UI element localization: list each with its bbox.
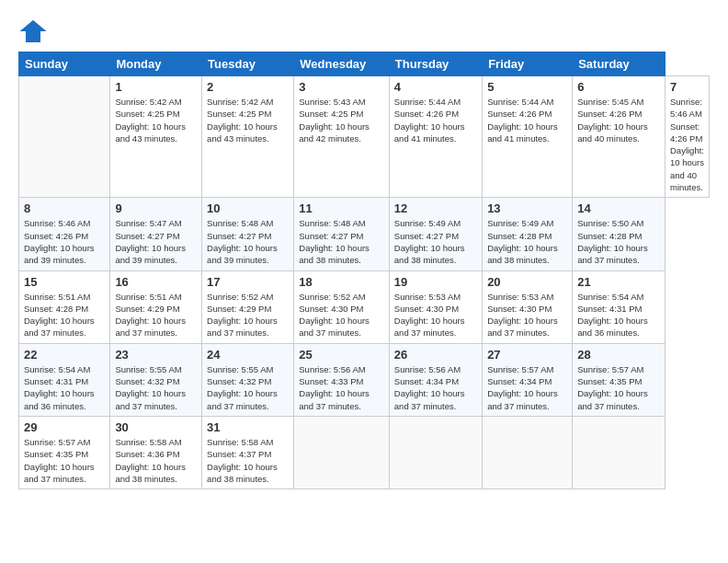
calendar-week-row: 22Sunrise: 5:54 AM Sunset: 4:31 PM Dayli… — [19, 343, 710, 416]
day-number: 11 — [299, 201, 384, 215]
calendar-cell: 8Sunrise: 5:46 AM Sunset: 4:26 PM Daylig… — [19, 198, 110, 270]
calendar-cell — [389, 416, 482, 488]
calendar-cell: 5Sunrise: 5:44 AM Sunset: 4:26 PM Daylig… — [483, 76, 573, 198]
calendar-cell: 18Sunrise: 5:52 AM Sunset: 4:30 PM Dayli… — [294, 270, 390, 343]
calendar-cell — [294, 416, 390, 488]
calendar-week-row: 29Sunrise: 5:57 AM Sunset: 4:35 PM Dayli… — [19, 416, 710, 488]
day-info: Sunrise: 5:53 AM Sunset: 4:30 PM Dayligh… — [487, 291, 567, 339]
calendar-cell — [483, 416, 573, 488]
day-number: 17 — [207, 275, 289, 289]
calendar-cell: 2Sunrise: 5:42 AM Sunset: 4:25 PM Daylig… — [202, 76, 294, 198]
calendar-cell: 3Sunrise: 5:43 AM Sunset: 4:25 PM Daylig… — [294, 76, 390, 198]
calendar-cell: 13Sunrise: 5:49 AM Sunset: 4:28 PM Dayli… — [483, 198, 573, 270]
day-number: 25 — [299, 348, 384, 362]
day-info: Sunrise: 5:55 AM Sunset: 4:32 PM Dayligh… — [207, 363, 289, 412]
calendar-cell: 19Sunrise: 5:53 AM Sunset: 4:30 PM Dayli… — [389, 270, 482, 343]
logo — [18, 17, 53, 46]
calendar-table: SundayMondayTuesdayWednesdayThursdayFrid… — [18, 52, 710, 489]
day-info: Sunrise: 5:44 AM Sunset: 4:26 PM Dayligh… — [394, 96, 477, 144]
day-info: Sunrise: 5:43 AM Sunset: 4:25 PM Dayligh… — [299, 96, 384, 144]
day-info: Sunrise: 5:51 AM Sunset: 4:29 PM Dayligh… — [115, 291, 197, 339]
day-info: Sunrise: 5:54 AM Sunset: 4:31 PM Dayligh… — [577, 291, 660, 339]
calendar-cell: 30Sunrise: 5:58 AM Sunset: 4:36 PM Dayli… — [110, 416, 202, 488]
day-info: Sunrise: 5:56 AM Sunset: 4:34 PM Dayligh… — [394, 363, 477, 412]
day-info: Sunrise: 5:58 AM Sunset: 4:37 PM Dayligh… — [207, 436, 289, 485]
day-number: 1 — [115, 80, 197, 94]
day-number: 29 — [24, 420, 105, 434]
calendar-week-row: 15Sunrise: 5:51 AM Sunset: 4:28 PM Dayli… — [19, 270, 710, 343]
page-container: SundayMondayTuesdayWednesdayThursdayFrid… — [0, 0, 728, 499]
column-header-friday: Friday — [483, 52, 573, 76]
calendar-cell: 11Sunrise: 5:48 AM Sunset: 4:27 PM Dayli… — [294, 198, 390, 270]
column-header-tuesday: Tuesday — [202, 52, 294, 76]
day-number: 5 — [487, 80, 567, 94]
day-number: 9 — [115, 201, 197, 215]
calendar-cell — [19, 76, 110, 198]
day-number: 6 — [577, 80, 660, 94]
day-info: Sunrise: 5:52 AM Sunset: 4:30 PM Dayligh… — [299, 291, 384, 339]
calendar-header-row: SundayMondayTuesdayWednesdayThursdayFrid… — [19, 52, 710, 76]
column-header-sunday: Sunday — [19, 52, 110, 76]
day-number: 14 — [577, 201, 660, 215]
day-number: 21 — [577, 275, 660, 289]
calendar-cell: 15Sunrise: 5:51 AM Sunset: 4:28 PM Dayli… — [19, 270, 110, 343]
day-number: 8 — [24, 201, 105, 215]
day-info: Sunrise: 5:54 AM Sunset: 4:31 PM Dayligh… — [24, 363, 105, 412]
calendar-cell: 22Sunrise: 5:54 AM Sunset: 4:31 PM Dayli… — [19, 343, 110, 416]
calendar-cell: 31Sunrise: 5:58 AM Sunset: 4:37 PM Dayli… — [202, 416, 294, 488]
day-info: Sunrise: 5:49 AM Sunset: 4:27 PM Dayligh… — [394, 217, 477, 266]
calendar-cell: 9Sunrise: 5:47 AM Sunset: 4:27 PM Daylig… — [110, 198, 202, 270]
calendar-cell: 23Sunrise: 5:55 AM Sunset: 4:32 PM Dayli… — [110, 343, 202, 416]
day-number: 31 — [207, 420, 289, 434]
day-number: 3 — [299, 80, 384, 94]
day-info: Sunrise: 5:57 AM Sunset: 4:35 PM Dayligh… — [24, 436, 105, 485]
header — [18, 17, 710, 46]
day-number: 12 — [394, 201, 477, 215]
day-number: 28 — [577, 348, 660, 362]
day-number: 26 — [394, 348, 477, 362]
day-info: Sunrise: 5:48 AM Sunset: 4:27 PM Dayligh… — [207, 217, 289, 266]
day-info: Sunrise: 5:53 AM Sunset: 4:30 PM Dayligh… — [394, 291, 477, 339]
day-number: 2 — [207, 80, 289, 94]
calendar-cell: 28Sunrise: 5:57 AM Sunset: 4:35 PM Dayli… — [573, 343, 665, 416]
day-number: 30 — [115, 420, 197, 434]
day-info: Sunrise: 5:58 AM Sunset: 4:36 PM Dayligh… — [115, 436, 197, 485]
calendar-cell: 14Sunrise: 5:50 AM Sunset: 4:28 PM Dayli… — [573, 198, 665, 270]
day-number: 7 — [670, 80, 704, 94]
column-header-thursday: Thursday — [389, 52, 482, 76]
calendar-cell: 1Sunrise: 5:42 AM Sunset: 4:25 PM Daylig… — [110, 76, 202, 198]
calendar-cell: 21Sunrise: 5:54 AM Sunset: 4:31 PM Dayli… — [573, 270, 665, 343]
calendar-cell: 12Sunrise: 5:49 AM Sunset: 4:27 PM Dayli… — [389, 198, 482, 270]
day-info: Sunrise: 5:55 AM Sunset: 4:32 PM Dayligh… — [115, 363, 197, 412]
calendar-cell: 20Sunrise: 5:53 AM Sunset: 4:30 PM Dayli… — [483, 270, 573, 343]
day-info: Sunrise: 5:57 AM Sunset: 4:35 PM Dayligh… — [577, 363, 660, 412]
day-number: 16 — [115, 275, 197, 289]
day-number: 4 — [394, 80, 477, 94]
day-info: Sunrise: 5:52 AM Sunset: 4:29 PM Dayligh… — [207, 291, 289, 339]
day-number: 19 — [394, 275, 477, 289]
column-header-wednesday: Wednesday — [294, 52, 390, 76]
day-info: Sunrise: 5:56 AM Sunset: 4:33 PM Dayligh… — [299, 363, 384, 412]
day-info: Sunrise: 5:57 AM Sunset: 4:34 PM Dayligh… — [487, 363, 567, 412]
day-info: Sunrise: 5:51 AM Sunset: 4:28 PM Dayligh… — [24, 291, 105, 339]
day-number: 22 — [24, 348, 105, 362]
calendar-cell: 24Sunrise: 5:55 AM Sunset: 4:32 PM Dayli… — [202, 343, 294, 416]
day-number: 13 — [487, 201, 567, 215]
day-number: 15 — [24, 275, 105, 289]
day-info: Sunrise: 5:47 AM Sunset: 4:27 PM Dayligh… — [115, 217, 197, 266]
calendar-cell: 7Sunrise: 5:46 AM Sunset: 4:26 PM Daylig… — [665, 76, 709, 198]
calendar-cell: 6Sunrise: 5:45 AM Sunset: 4:26 PM Daylig… — [573, 76, 665, 198]
day-info: Sunrise: 5:42 AM Sunset: 4:25 PM Dayligh… — [207, 96, 289, 144]
day-info: Sunrise: 5:46 AM Sunset: 4:26 PM Dayligh… — [670, 96, 704, 193]
calendar-cell: 27Sunrise: 5:57 AM Sunset: 4:34 PM Dayli… — [483, 343, 573, 416]
calendar-cell: 26Sunrise: 5:56 AM Sunset: 4:34 PM Dayli… — [389, 343, 482, 416]
day-number: 23 — [115, 348, 197, 362]
day-info: Sunrise: 5:49 AM Sunset: 4:28 PM Dayligh… — [487, 217, 567, 266]
day-info: Sunrise: 5:42 AM Sunset: 4:25 PM Dayligh… — [115, 96, 197, 144]
day-info: Sunrise: 5:48 AM Sunset: 4:27 PM Dayligh… — [299, 217, 384, 266]
day-info: Sunrise: 5:44 AM Sunset: 4:26 PM Dayligh… — [487, 96, 567, 144]
calendar-cell: 10Sunrise: 5:48 AM Sunset: 4:27 PM Dayli… — [202, 198, 294, 270]
logo-icon — [18, 17, 48, 46]
calendar-cell: 25Sunrise: 5:56 AM Sunset: 4:33 PM Dayli… — [294, 343, 390, 416]
day-number: 10 — [207, 201, 289, 215]
